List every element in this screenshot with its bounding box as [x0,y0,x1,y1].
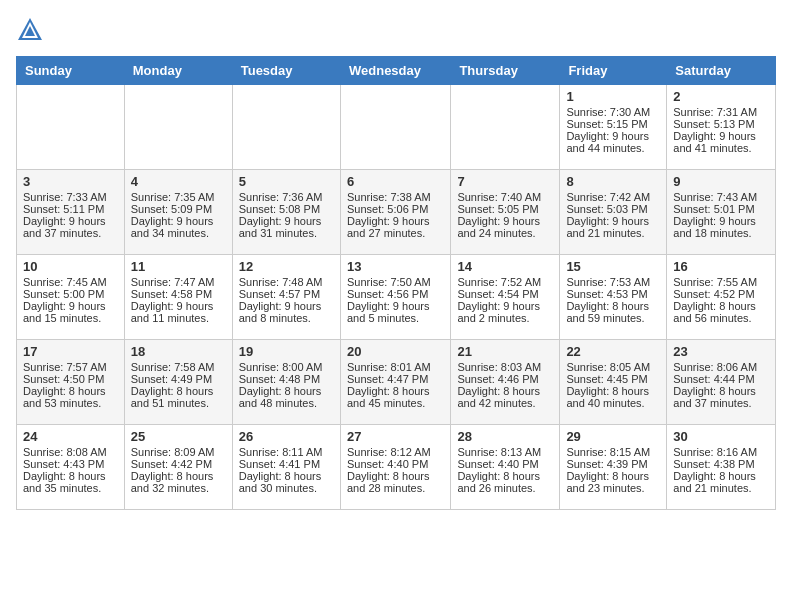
sunset-text: Sunset: 5:05 PM [457,203,553,215]
sunrise-text: Sunrise: 7:43 AM [673,191,769,203]
day-number: 21 [457,344,553,359]
sunrise-text: Sunrise: 8:16 AM [673,446,769,458]
daylight-text: Daylight: 9 hours and 18 minutes. [673,215,769,239]
sunrise-text: Sunrise: 8:08 AM [23,446,118,458]
calendar-cell: 30Sunrise: 8:16 AMSunset: 4:38 PMDayligh… [667,425,776,510]
sunset-text: Sunset: 4:39 PM [566,458,660,470]
sunrise-text: Sunrise: 7:52 AM [457,276,553,288]
daylight-text: Daylight: 8 hours and 45 minutes. [347,385,444,409]
day-header-friday: Friday [560,57,667,85]
day-number: 8 [566,174,660,189]
page-header [16,16,776,44]
sunrise-text: Sunrise: 7:35 AM [131,191,226,203]
day-header-wednesday: Wednesday [340,57,450,85]
sunrise-text: Sunrise: 7:33 AM [23,191,118,203]
sunrise-text: Sunrise: 8:15 AM [566,446,660,458]
calendar-cell [340,85,450,170]
calendar-header-row: SundayMondayTuesdayWednesdayThursdayFrid… [17,57,776,85]
calendar-cell: 15Sunrise: 7:53 AMSunset: 4:53 PMDayligh… [560,255,667,340]
daylight-text: Daylight: 9 hours and 15 minutes. [23,300,118,324]
sunset-text: Sunset: 4:40 PM [347,458,444,470]
sunset-text: Sunset: 5:09 PM [131,203,226,215]
calendar-cell [124,85,232,170]
day-number: 30 [673,429,769,444]
calendar-cell: 24Sunrise: 8:08 AMSunset: 4:43 PMDayligh… [17,425,125,510]
sunset-text: Sunset: 4:56 PM [347,288,444,300]
calendar-week-row: 24Sunrise: 8:08 AMSunset: 4:43 PMDayligh… [17,425,776,510]
logo-icon [16,16,44,44]
sunset-text: Sunset: 4:46 PM [457,373,553,385]
daylight-text: Daylight: 9 hours and 31 minutes. [239,215,334,239]
calendar-cell [17,85,125,170]
sunset-text: Sunset: 5:01 PM [673,203,769,215]
sunset-text: Sunset: 4:42 PM [131,458,226,470]
calendar-cell: 23Sunrise: 8:06 AMSunset: 4:44 PMDayligh… [667,340,776,425]
day-number: 14 [457,259,553,274]
daylight-text: Daylight: 8 hours and 37 minutes. [673,385,769,409]
day-number: 16 [673,259,769,274]
daylight-text: Daylight: 9 hours and 21 minutes. [566,215,660,239]
sunrise-text: Sunrise: 7:50 AM [347,276,444,288]
day-number: 22 [566,344,660,359]
sunset-text: Sunset: 4:54 PM [457,288,553,300]
calendar-cell: 16Sunrise: 7:55 AMSunset: 4:52 PMDayligh… [667,255,776,340]
sunset-text: Sunset: 4:57 PM [239,288,334,300]
sunrise-text: Sunrise: 7:55 AM [673,276,769,288]
sunset-text: Sunset: 5:03 PM [566,203,660,215]
sunset-text: Sunset: 4:38 PM [673,458,769,470]
daylight-text: Daylight: 8 hours and 35 minutes. [23,470,118,494]
sunset-text: Sunset: 4:47 PM [347,373,444,385]
daylight-text: Daylight: 8 hours and 59 minutes. [566,300,660,324]
calendar-cell: 25Sunrise: 8:09 AMSunset: 4:42 PMDayligh… [124,425,232,510]
calendar-cell: 3Sunrise: 7:33 AMSunset: 5:11 PMDaylight… [17,170,125,255]
day-number: 5 [239,174,334,189]
calendar-cell: 29Sunrise: 8:15 AMSunset: 4:39 PMDayligh… [560,425,667,510]
day-number: 10 [23,259,118,274]
sunset-text: Sunset: 4:44 PM [673,373,769,385]
day-number: 9 [673,174,769,189]
logo [16,16,46,44]
daylight-text: Daylight: 8 hours and 30 minutes. [239,470,334,494]
daylight-text: Daylight: 8 hours and 23 minutes. [566,470,660,494]
calendar-cell: 7Sunrise: 7:40 AMSunset: 5:05 PMDaylight… [451,170,560,255]
day-number: 29 [566,429,660,444]
sunrise-text: Sunrise: 7:36 AM [239,191,334,203]
calendar-week-row: 3Sunrise: 7:33 AMSunset: 5:11 PMDaylight… [17,170,776,255]
calendar-cell: 11Sunrise: 7:47 AMSunset: 4:58 PMDayligh… [124,255,232,340]
day-number: 23 [673,344,769,359]
sunrise-text: Sunrise: 8:12 AM [347,446,444,458]
sunset-text: Sunset: 5:06 PM [347,203,444,215]
sunrise-text: Sunrise: 8:13 AM [457,446,553,458]
day-number: 24 [23,429,118,444]
day-number: 6 [347,174,444,189]
day-number: 15 [566,259,660,274]
sunrise-text: Sunrise: 7:30 AM [566,106,660,118]
day-number: 2 [673,89,769,104]
day-number: 18 [131,344,226,359]
sunrise-text: Sunrise: 8:01 AM [347,361,444,373]
sunset-text: Sunset: 5:15 PM [566,118,660,130]
day-number: 3 [23,174,118,189]
day-header-thursday: Thursday [451,57,560,85]
day-number: 19 [239,344,334,359]
calendar-cell: 17Sunrise: 7:57 AMSunset: 4:50 PMDayligh… [17,340,125,425]
calendar-cell: 12Sunrise: 7:48 AMSunset: 4:57 PMDayligh… [232,255,340,340]
day-header-saturday: Saturday [667,57,776,85]
sunrise-text: Sunrise: 8:11 AM [239,446,334,458]
calendar-cell: 13Sunrise: 7:50 AMSunset: 4:56 PMDayligh… [340,255,450,340]
daylight-text: Daylight: 9 hours and 41 minutes. [673,130,769,154]
calendar-week-row: 10Sunrise: 7:45 AMSunset: 5:00 PMDayligh… [17,255,776,340]
calendar-cell [232,85,340,170]
sunset-text: Sunset: 5:08 PM [239,203,334,215]
calendar-week-row: 1Sunrise: 7:30 AMSunset: 5:15 PMDaylight… [17,85,776,170]
calendar-cell: 20Sunrise: 8:01 AMSunset: 4:47 PMDayligh… [340,340,450,425]
daylight-text: Daylight: 9 hours and 34 minutes. [131,215,226,239]
day-number: 17 [23,344,118,359]
sunrise-text: Sunrise: 7:31 AM [673,106,769,118]
day-number: 7 [457,174,553,189]
calendar-cell: 10Sunrise: 7:45 AMSunset: 5:00 PMDayligh… [17,255,125,340]
sunrise-text: Sunrise: 7:57 AM [23,361,118,373]
calendar-table: SundayMondayTuesdayWednesdayThursdayFrid… [16,56,776,510]
day-header-sunday: Sunday [17,57,125,85]
day-header-tuesday: Tuesday [232,57,340,85]
